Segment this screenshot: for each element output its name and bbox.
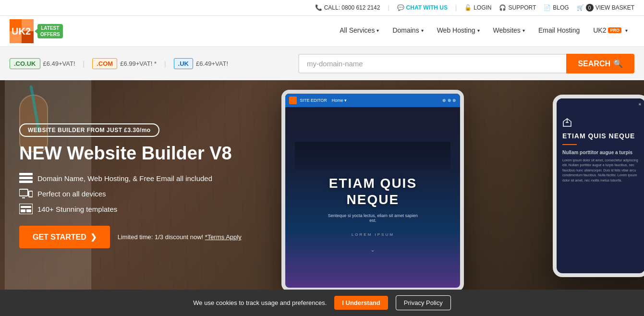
blog-link[interactable]: 📄 BLOG (544, 4, 569, 11)
cta-button-label: GET STARTED (33, 233, 86, 242)
cta-disclaimer: Limited time: 1/3 discount now! *Terms A… (118, 233, 242, 241)
hero-features-list: Domain Name, Web Hosting, & Free Email a… (19, 173, 242, 214)
tablet-hero-text: ETIAM QUISNEQUE (329, 175, 417, 207)
login-link[interactable]: 🔓 LOGIN (464, 4, 491, 11)
divider2: | (455, 4, 457, 11)
latest-offers-badge: LATEST OFFERS (37, 24, 63, 38)
tablet-sub-text: Senteque si yocta lectus, eliam sit amet… (325, 213, 421, 223)
tablet-topbar: SITE EDITOR Home ▾ ⊕ ⊕ ⊕ (285, 94, 460, 107)
pro-badge: PRO (608, 27, 621, 33)
blog-icon: 📄 (544, 4, 551, 11)
chat-icon: 💬 (397, 4, 404, 11)
com-tld-tag: .COM (92, 58, 117, 69)
basket-link[interactable]: 🛒 0 VIEW BASKET (577, 4, 634, 12)
domain-search-input[interactable] (298, 54, 566, 73)
nav-links: All Services ▾ Domains ▾ Web Hosting ▾ W… (333, 15, 634, 47)
get-started-button[interactable]: GET STARTED ❯ (19, 226, 110, 248)
arrow-right-icon: ❯ (90, 232, 97, 242)
domain-bar: .CO.UK £6.49+VAT! | .COM £6.99+VAT! * | … (0, 47, 644, 80)
chat-link[interactable]: 💬 CHAT WITH US (397, 4, 448, 11)
tablet-logo (289, 97, 297, 104)
divider1: | (388, 4, 389, 11)
phone-label: CALL: 0800 612 2142 (324, 4, 380, 11)
nav-uk2-pro[interactable]: UK2 PRO ▾ (586, 15, 634, 47)
chevron-down-icon: ▾ (522, 28, 525, 33)
phone-screen: ≡ ETIAM QUIS NEQUE Nullam porttitor augu… (557, 98, 644, 273)
nav-web-hosting[interactable]: Web Hosting ▾ (430, 15, 486, 47)
chevron-down-icon: ▾ (625, 28, 628, 33)
svg-rect-5 (19, 173, 33, 175)
svg-rect-8 (19, 189, 28, 196)
devices-icon (19, 188, 33, 199)
support-icon: 🎧 (499, 4, 506, 11)
domain-divider2: | (164, 60, 166, 68)
search-button[interactable]: SEARCH 🔍 (566, 54, 634, 73)
hero-title: NEW Website Builder V8 (19, 144, 242, 164)
basket-count: 0 (586, 4, 594, 12)
terms-link[interactable]: *Terms Apply (205, 233, 242, 241)
latest-offers-line2: OFFERS (40, 31, 60, 37)
hero-section: WEBSITE BUILDER FROM JUST £3.30/mo NEW W… (0, 80, 644, 292)
com-badge: .COM £6.99+VAT! * (92, 58, 157, 69)
chat-label: CHAT WITH US (406, 4, 448, 11)
hero-feature-1: Domain Name, Web Hosting, & Free Email a… (19, 173, 242, 183)
hero-devices: SITE EDITOR Home ▾ ⊕ ⊕ ⊕ ETIAM QUISNEQUE… (257, 80, 644, 292)
svg-rect-14 (26, 209, 31, 212)
search-icon: 🔍 (613, 59, 623, 68)
couk-badge: .CO.UK £6.49+VAT! (10, 58, 75, 69)
chevron-down-icon: ▾ (421, 28, 424, 33)
hero-content: WEBSITE BUILDER FROM JUST £3.30/mo NEW W… (0, 104, 261, 268)
svg-rect-12 (21, 206, 31, 208)
hero-feature-3-text: 140+ Stunning templates (37, 205, 117, 213)
domain-search-container: SEARCH 🔍 (298, 54, 634, 73)
domain-divider1: | (83, 60, 85, 68)
tablet-mockup: SITE EDITOR Home ▾ ⊕ ⊕ ⊕ ETIAM QUISNEQUE… (281, 90, 464, 292)
support-link[interactable]: 🎧 SUPPORT (499, 4, 536, 11)
uk-price: £6.49+VAT! (196, 60, 228, 67)
cookie-bar: We use cookies to track usage and prefer… (0, 290, 644, 292)
promo-pill: WEBSITE BUILDER FROM JUST £3.30/mo (19, 123, 159, 137)
search-button-label: SEARCH (578, 60, 610, 68)
phone-body-text: Lorem ipsum dolor sit amet, consectetur … (562, 158, 639, 183)
main-nav: UK2 LATEST OFFERS All Services ▾ Domains… (0, 16, 644, 47)
phone-subheading: Nullam porttitor augue a turpis (562, 150, 639, 155)
hero-cta-row: GET STARTED ❯ Limited time: 1/3 discount… (19, 226, 242, 248)
chevron-down-icon: ▾ (477, 28, 480, 33)
nav-email-hosting[interactable]: Email Hosting (532, 15, 586, 47)
top-bar: 📞 CALL: 0800 612 2142 | 💬 CHAT WITH US |… (0, 0, 644, 16)
tablet-screen: SITE EDITOR Home ▾ ⊕ ⊕ ⊕ ETIAM QUISNEQUE… (285, 94, 460, 288)
blog-label: BLOG (553, 4, 569, 11)
latest-offers-line1: LATEST (40, 25, 60, 31)
phone-mockup: ≡ ETIAM QUIS NEQUE Nullam porttitor augu… (553, 95, 644, 277)
nav-all-services[interactable]: All Services ▾ (333, 15, 386, 47)
layers-icon (19, 173, 33, 183)
svg-text:UK2: UK2 (12, 26, 31, 36)
com-price: £6.99+VAT! * (120, 60, 157, 67)
phone-divider (562, 144, 577, 145)
nav-websites[interactable]: Websites ▾ (486, 15, 532, 47)
couk-price: £6.49+VAT! (43, 60, 75, 67)
svg-rect-7 (19, 181, 33, 183)
svg-rect-9 (29, 191, 33, 197)
hero-feature-2-text: Perfect on all devices (37, 190, 106, 198)
svg-rect-13 (21, 209, 25, 212)
svg-rect-6 (19, 177, 33, 179)
uk-tld-tag: .UK (174, 58, 193, 69)
login-icon: 🔓 (464, 4, 472, 11)
uk-badge: .UK £6.49+VAT! (174, 58, 228, 69)
basket-label: VIEW BASKET (595, 4, 634, 11)
hero-feature-1-text: Domain Name, Web Hosting, & Free Email a… (37, 174, 212, 182)
basket-icon: 🛒 (577, 4, 584, 11)
uk2-logo: UK2 (10, 19, 34, 43)
tablet-lorem: LOREM IPSUM (352, 232, 394, 237)
phone-link[interactable]: 📞 CALL: 0800 612 2142 (315, 4, 380, 11)
tablet-content: ETIAM QUISNEQUE Senteque si yocta lectus… (285, 107, 460, 288)
phone-topbar: ≡ (557, 98, 644, 110)
phone-icon: 📞 (315, 4, 322, 11)
logo-link[interactable]: UK2 LATEST OFFERS (10, 19, 63, 43)
nav-domains[interactable]: Domains ▾ (386, 15, 430, 47)
phone-content: ETIAM QUIS NEQUE Nullam porttitor augue … (557, 110, 644, 273)
templates-icon (19, 204, 33, 214)
support-label: SUPPORT (508, 4, 536, 11)
phone-hero-text: ETIAM QUIS NEQUE (562, 132, 639, 140)
